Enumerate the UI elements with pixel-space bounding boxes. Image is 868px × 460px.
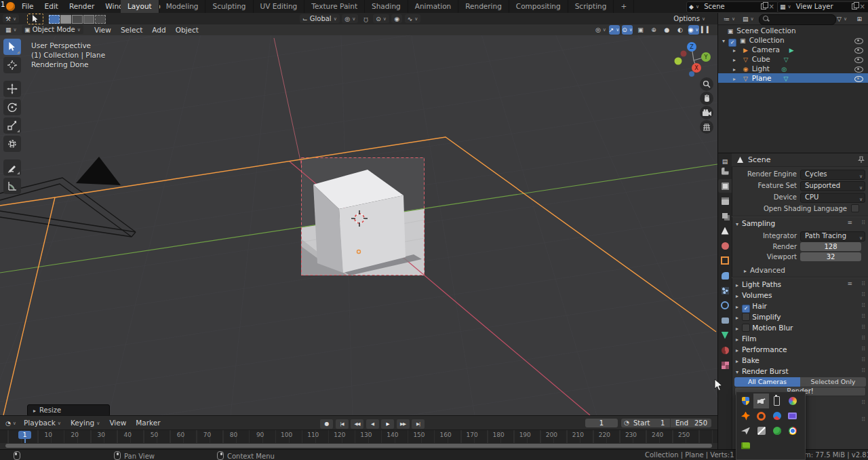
usb-device-icon[interactable] <box>769 394 785 408</box>
view-layer-name[interactable]: View Layer <box>793 3 836 10</box>
hide-icon[interactable] <box>854 38 863 44</box>
panel-grip[interactable]: ⠿ <box>861 368 865 374</box>
panel-grip[interactable]: ⠿ <box>861 281 865 287</box>
end-frame-field[interactable]: 250 <box>694 419 707 427</box>
next-keyframe-icon[interactable]: ▶▶ <box>397 419 410 429</box>
operator-panel-resize[interactable]: ▸Resize <box>27 404 110 415</box>
nvidia-icon[interactable] <box>738 438 753 453</box>
show-object-types-dropdown[interactable]: ◎∨ <box>595 25 606 35</box>
current-frame-field[interactable]: 1 <box>585 419 618 427</box>
blender-logo-icon[interactable] <box>6 2 15 11</box>
new-scene-icon[interactable] <box>761 3 766 9</box>
advanced-subpanel[interactable]: ▸Advanced <box>744 266 785 275</box>
outliner-row-camera[interactable]: ▸ ▶ Camera ▶ <box>718 45 868 54</box>
hair-panel[interactable]: ▸✓ Hair <box>736 302 767 313</box>
panel-grip[interactable]: ⠿ <box>861 335 865 341</box>
add-workspace-button[interactable]: + <box>614 0 634 13</box>
tab-layout[interactable]: Layout <box>121 0 159 13</box>
panel-grip[interactable]: ⠿ <box>861 400 865 406</box>
green-ball-icon[interactable] <box>769 423 785 438</box>
performance-panel[interactable]: ▸Performance <box>736 345 787 355</box>
presets-icon[interactable]: ≡ <box>847 219 852 226</box>
motion-blur-panel[interactable]: ▸ Motion Blur <box>736 324 793 333</box>
hide-icon[interactable] <box>854 47 863 54</box>
jump-start-icon[interactable]: |◀ <box>336 419 349 429</box>
light-paths-panel[interactable]: ▸Light Paths <box>736 280 781 290</box>
pan-view-button[interactable] <box>700 92 713 105</box>
volumes-panel[interactable]: ▸Volumes <box>736 291 772 301</box>
tab-rendering[interactable]: Rendering <box>458 0 509 13</box>
outliner-row-collection[interactable]: ▾✓ ▣ Collection <box>718 35 868 45</box>
orange-ring-icon[interactable] <box>753 408 769 423</box>
tab-modeling[interactable]: Modeling <box>159 0 206 13</box>
bake-panel[interactable]: ▸Bake <box>736 356 760 366</box>
play-button[interactable]: ▶ <box>381 419 394 429</box>
timeline-scrollbar[interactable] <box>5 444 712 448</box>
world-properties-tab[interactable] <box>718 239 732 252</box>
navigation-gizmo[interactable]: Z Y X <box>673 39 715 78</box>
device-dropdown[interactable]: CPU∨ <box>800 193 865 203</box>
tab-scripting[interactable]: Scripting <box>568 0 614 13</box>
outliner-row-cube[interactable]: ▸ ▽ Cube ▽ <box>718 54 868 64</box>
plane-icon[interactable] <box>738 423 753 438</box>
proportional-falloff-dropdown[interactable]: ∿∨ <box>405 14 421 23</box>
record-button[interactable]: ● <box>320 419 333 429</box>
constraints-properties-tab[interactable] <box>718 313 732 327</box>
snap-toggle-icon[interactable]: Ω <box>361 14 371 23</box>
render-samples-field[interactable]: 128 <box>800 242 861 251</box>
prev-keyframe-icon[interactable]: ◀◀ <box>351 419 363 429</box>
windows-security-icon[interactable] <box>738 394 753 408</box>
osl-checkbox[interactable] <box>851 204 859 212</box>
outliner-row-plane[interactable]: ▸ ▽ Plane ▽ <box>718 73 868 83</box>
select-mode-set-icon[interactable] <box>49 15 60 24</box>
editor-type-button[interactable]: ⚒∨ <box>3 14 19 23</box>
select-mode-intersect-icon[interactable] <box>95 15 106 24</box>
annotate-tool[interactable] <box>3 159 21 176</box>
view-menu[interactable]: View <box>90 24 116 35</box>
film-panel[interactable]: ▸Film <box>736 334 756 344</box>
scene-properties-tab[interactable] <box>718 224 732 237</box>
keying-menu[interactable]: Keying∨ <box>66 417 104 429</box>
panel-grip[interactable]: ⠿ <box>861 417 865 423</box>
shading-material-icon[interactable]: ◐ <box>675 25 686 35</box>
simplify-panel[interactable]: ▸ Simplify <box>736 313 781 322</box>
output-properties-tab[interactable] <box>718 194 732 208</box>
object-properties-tab[interactable] <box>718 254 732 267</box>
selected-only-button[interactable]: Selected Only <box>800 377 866 387</box>
orange-burst-icon[interactable] <box>738 408 753 423</box>
timeline-view-menu[interactable]: View <box>104 417 131 429</box>
add-menu[interactable]: Add <box>147 24 170 35</box>
pivot-point-dropdown[interactable]: ◎∨ <box>342 14 358 23</box>
outliner-row-scene-collection[interactable]: ▣ Scene Collection <box>718 26 868 35</box>
modifier-properties-tab[interactable] <box>718 269 732 282</box>
rotate-tool[interactable] <box>3 99 21 115</box>
pin-icon[interactable] <box>858 156 865 164</box>
select-mode-invert-icon[interactable] <box>83 15 94 24</box>
purple-monitor-icon[interactable] <box>785 408 800 423</box>
view-layer-selector[interactable]: ▦∨ View Layer × <box>777 1 868 13</box>
outliner-search-input[interactable] <box>759 14 836 25</box>
shading-solid-icon[interactable]: ● <box>662 25 673 35</box>
pen-tile-icon[interactable] <box>753 423 769 438</box>
expand-icon[interactable]: ▸ <box>733 76 736 82</box>
muted-speaker-icon[interactable] <box>753 394 769 408</box>
ortho-toggle-button[interactable] <box>700 120 713 134</box>
menu-file[interactable]: File <box>16 0 39 13</box>
panel-grip[interactable]: ⠿ <box>861 220 865 226</box>
sampling-panel-header[interactable]: ▾Sampling <box>736 219 775 229</box>
panel-grip[interactable]: ⠿ <box>861 346 865 352</box>
timeline-editor-type-icon[interactable]: ◔∨ <box>3 419 19 427</box>
expand-icon[interactable]: ▸ <box>733 57 736 63</box>
motion-blur-checkbox[interactable] <box>742 324 750 332</box>
texture-properties-tab[interactable] <box>718 358 732 372</box>
menu-render[interactable]: Render <box>64 0 100 13</box>
select-mode-extend-icon[interactable] <box>60 15 71 24</box>
mode-dropdown[interactable]: ▣ Object Mode∨ <box>22 25 83 34</box>
camera-view-button[interactable] <box>700 106 713 119</box>
render-engine-dropdown[interactable]: Cycles∨ <box>800 170 865 180</box>
timeline-ruler[interactable]: 1 10203040506070809010011012013014015016… <box>0 429 717 443</box>
object-menu[interactable]: Object <box>171 24 203 35</box>
panel-grip[interactable]: ⠿ <box>861 292 865 298</box>
hide-icon[interactable] <box>854 76 863 82</box>
overlays-toggle[interactable]: ⊙∨ <box>622 25 633 35</box>
